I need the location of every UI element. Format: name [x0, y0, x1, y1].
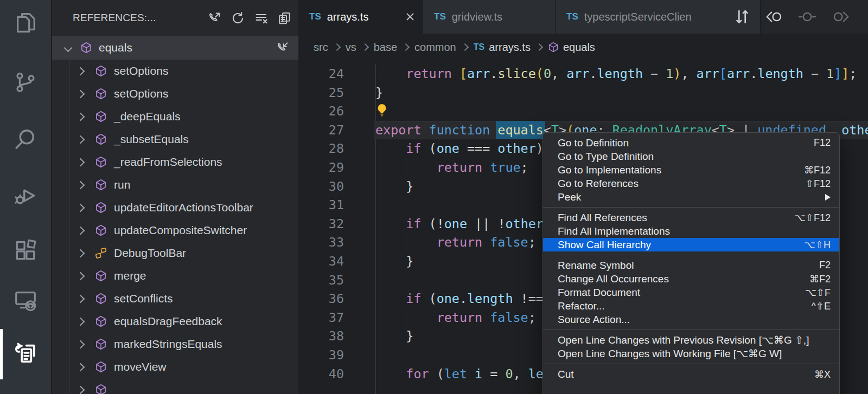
activity-item-search[interactable] [0, 122, 51, 157]
menu-item-peek[interactable]: Peek [543, 190, 839, 204]
tree-item-setConflicts[interactable]: setConflicts [52, 287, 298, 310]
show-outgoing-calls-icon[interactable] [207, 11, 222, 25]
menu-item-rename-symbol[interactable]: Rename SymbolF2 [543, 259, 839, 272]
tree-item-_subsetEquals[interactable]: _subsetEquals [52, 128, 298, 151]
chevron-right-icon[interactable] [76, 226, 85, 235]
tree-item-_readFromSelections[interactable]: _readFromSelections [52, 151, 298, 173]
code-line-24[interactable]: 24 return [arr.slice(0, arr.length − 1),… [298, 64, 868, 83]
menu-item-change-all-occurrences[interactable]: Change All Occurrences⌘F2 [543, 272, 839, 286]
chevron-right-icon[interactable] [76, 249, 85, 257]
breadcrumb-item-src[interactable]: src [314, 41, 328, 54]
tree-item-DebugToolBar[interactable]: DebugToolBar [52, 242, 298, 264]
code-token: i [475, 366, 482, 382]
next-reference-icon[interactable] [832, 7, 851, 27]
activity-item-extensions[interactable] [0, 233, 51, 268]
menu-item-cut[interactable]: Cut⌘X [543, 367, 839, 381]
code-token: , [681, 66, 696, 81]
tree-item-updateEditorActionsToolbar[interactable]: updateEditorActionsToolbar [52, 196, 298, 219]
previous-reference-icon[interactable] [764, 7, 783, 27]
close-icon[interactable] [404, 11, 416, 23]
tree-item-_deepEquals[interactable]: _deepEquals [52, 105, 298, 128]
chevron-right-icon[interactable] [76, 67, 85, 75]
chevron-right-icon[interactable] [76, 272, 85, 280]
lightbulb-icon[interactable] [375, 103, 389, 117]
menu-item-show-call-hierarchy[interactable]: Show Call Hierarchy⌥⇧H [543, 238, 839, 251]
breadcrumb-item-vs[interactable]: vs [346, 41, 356, 54]
menu-item-go-to-type-definition[interactable]: Go to Type Definition [543, 150, 839, 163]
code-token: return [437, 160, 483, 175]
method-symbol-icon [95, 361, 107, 373]
menu-item-go-to-references[interactable]: Go to References⇧F12 [543, 177, 839, 190]
breadcrumb-item-equals[interactable]: equals [548, 41, 595, 54]
activity-item-remote-explorer[interactable] [0, 283, 51, 318]
tree-item-label: moveView [114, 360, 167, 373]
line-content: if (one === other) [375, 139, 544, 158]
tab-typescriptServiceClien[interactable]: TStypescriptServiceClien [556, 0, 761, 34]
menu-item-source-action[interactable]: Source Action... [543, 313, 839, 326]
tree-item-moveView[interactable]: moveView [52, 356, 298, 378]
tree-item-partial[interactable] [52, 378, 298, 394]
menu-item-shortcut: ⌥⇧F [794, 287, 831, 299]
chevron-right-icon[interactable] [76, 180, 85, 189]
breadcrumb-item-arrays.ts[interactable]: TSarrays.ts [474, 41, 531, 54]
activity-item-explorer[interactable] [0, 5, 51, 40]
chevron-right-icon[interactable] [76, 363, 85, 371]
code-token: } [375, 85, 383, 100]
chevron-right-icon[interactable] [76, 340, 85, 348]
activity-item-references[interactable] [0, 335, 51, 370]
code-token: other [505, 216, 543, 231]
chevron-right-icon[interactable] [76, 158, 85, 166]
line-number: 35 [298, 271, 375, 290]
code-token: ; [521, 160, 528, 175]
menu-item-label: Change All Occurrences [558, 273, 669, 285]
tree-item-merge[interactable]: merge [52, 264, 298, 287]
code-token: − [803, 66, 826, 81]
copy-all-icon[interactable] [277, 11, 292, 25]
menu-item-format-document[interactable]: Format Document⌥⇧F [543, 286, 839, 299]
chevron-right-icon[interactable] [76, 89, 85, 98]
activity-item-run-debug[interactable] [0, 178, 51, 213]
code-token [375, 291, 406, 306]
menu-item-open-line-changes-with-previous-revision-g[interactable]: Open Line Changes with Previous Revision… [543, 333, 839, 347]
tree-item-equalsDragFeedback[interactable]: equalsDragFeedback [52, 310, 298, 333]
open-changes-icon[interactable] [732, 7, 752, 27]
clear-results-icon[interactable] [254, 11, 269, 25]
chevron-right-icon[interactable] [76, 294, 85, 303]
chevron-right-icon[interactable] [76, 112, 85, 121]
tree-item-run[interactable]: run [52, 173, 298, 196]
tree-item-markedStringsEquals[interactable]: markedStringsEquals [52, 333, 298, 356]
code-token: = [482, 366, 505, 382]
chevron-right-icon[interactable] [76, 317, 85, 326]
code-line-25[interactable]: 25} [298, 83, 868, 102]
current-reference-icon[interactable] [797, 7, 817, 27]
breadcrumb-item-common[interactable]: common [414, 41, 456, 54]
menu-item-open-line-changes-with-working-file-g-w[interactable]: Open Line Changes with Working File [⌥⌘G… [543, 347, 839, 360]
call-incoming-icon[interactable] [276, 41, 290, 55]
refresh-icon[interactable] [231, 11, 245, 25]
tab-gridview.ts[interactable]: TSgridview.ts [423, 0, 556, 34]
tree-item-setOptions[interactable]: setOptions [52, 82, 298, 105]
menu-item-go-to-definition[interactable]: Go to DefinitionF12 [543, 136, 839, 150]
menu-item-refactor[interactable]: Refactor...^⇧E [543, 299, 839, 313]
chevron-right-icon[interactable] [76, 135, 85, 144]
chevron-right-icon[interactable] [76, 385, 85, 394]
chevron-down-icon[interactable] [64, 43, 73, 52]
tree-item-updateCompositeSwitcher[interactable]: updateCompositeSwitcher [52, 219, 298, 242]
tree-root-equals[interactable]: equals [52, 36, 298, 60]
line-number: 29 [298, 158, 375, 177]
method-symbol-icon [548, 42, 559, 53]
code-token [375, 310, 437, 325]
breadcrumb-label: base [374, 41, 397, 54]
breadcrumb-label: src [314, 41, 328, 54]
activity-item-source-control[interactable] [0, 65, 51, 100]
breadcrumb-item-base[interactable]: base [374, 41, 397, 54]
explorer-icon [13, 10, 38, 35]
tree-root-label: equals [99, 41, 132, 54]
menu-item-go-to-implementations[interactable]: Go to Implementations⌘F12 [543, 163, 839, 177]
line-number: 33 [298, 233, 375, 252]
menu-item-find-all-implementations[interactable]: Find All Implementations [543, 224, 839, 238]
tree-item-setOptions[interactable]: setOptions [52, 60, 298, 82]
chevron-right-icon[interactable] [76, 203, 85, 212]
menu-item-find-all-references[interactable]: Find All References⌥⇧F12 [543, 211, 839, 224]
tab-arrays.ts[interactable]: TSarrays.ts [298, 0, 423, 34]
